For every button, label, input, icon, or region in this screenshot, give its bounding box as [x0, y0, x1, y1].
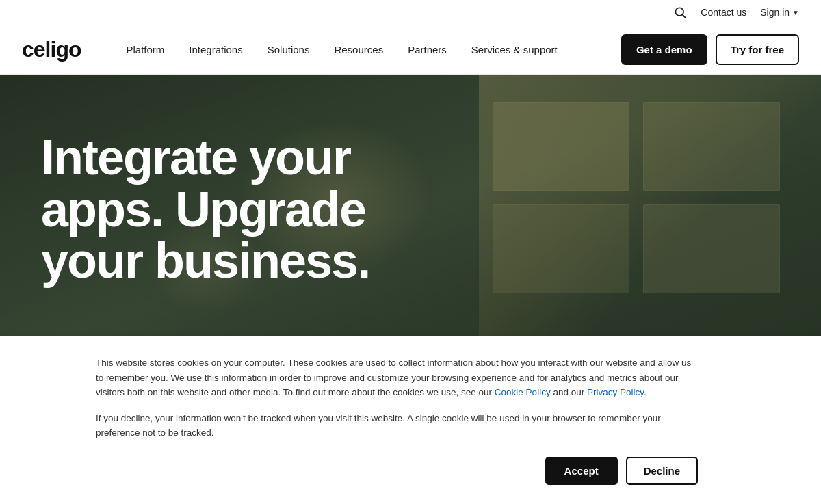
svg-point-0 [676, 8, 684, 16]
try-free-button[interactable]: Try for free [716, 34, 799, 65]
nav-item-platform[interactable]: Platform [114, 27, 177, 72]
get-demo-button[interactable]: Get a demo [621, 34, 707, 65]
signin-label: Sign in [760, 7, 790, 18]
search-icon [673, 5, 687, 19]
cookie-text-secondary: If you decline, your information won't b… [96, 411, 698, 440]
contact-us-link[interactable]: Contact us [701, 7, 746, 18]
nav-item-solutions[interactable]: Solutions [255, 27, 322, 72]
nav-actions: Get a demo Try for free [621, 34, 799, 65]
cookie-and-our: and our [551, 387, 587, 397]
main-navigation: celigo Platform Integrations Solutions R… [0, 25, 821, 75]
cookie-accept-button[interactable]: Accept [545, 457, 618, 485]
nav-item-partners[interactable]: Partners [395, 27, 459, 72]
search-button[interactable] [673, 5, 687, 19]
hero-content: Integrate your apps. Upgrade your busine… [0, 132, 479, 287]
svg-line-1 [683, 15, 686, 18]
nav-item-services[interactable]: Services & support [459, 27, 521, 73]
cookie-decline-button[interactable]: Decline [626, 457, 698, 485]
hero-title: Integrate your apps. Upgrade your busine… [41, 132, 438, 287]
top-utility-bar: Contact us Sign in ▼ [0, 0, 821, 25]
celigo-logo[interactable]: celigo [22, 37, 81, 62]
cookie-actions: Accept Decline [96, 457, 698, 485]
hero-section: Integrate your apps. Upgrade your busine… [0, 75, 821, 345]
cookie-banner: This website stores cookies on your comp… [0, 336, 821, 504]
chevron-down-icon: ▼ [792, 9, 799, 16]
nav-item-integrations[interactable]: Integrations [177, 27, 255, 72]
privacy-policy-link[interactable]: Privacy Policy [587, 387, 644, 397]
cookie-policy-link[interactable]: Cookie Policy [495, 387, 551, 397]
sign-in-button[interactable]: Sign in ▼ [760, 7, 799, 18]
cookie-text-primary: This website stores cookies on your comp… [96, 356, 698, 400]
nav-links: Platform Integrations Solutions Resource… [114, 27, 621, 73]
cookie-period: . [644, 387, 647, 397]
nav-item-resources[interactable]: Resources [322, 27, 395, 72]
